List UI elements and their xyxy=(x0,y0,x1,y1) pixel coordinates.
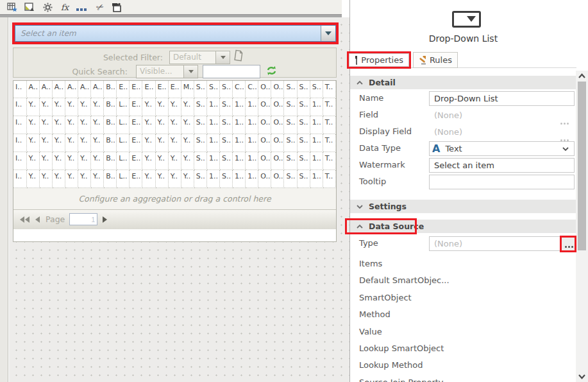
dropdown-arrow-button[interactable] xyxy=(321,26,335,41)
tab-properties[interactable]: Properties xyxy=(349,53,409,67)
chevron-down-icon xyxy=(325,31,332,35)
grid-cell: Y.. xyxy=(91,169,104,187)
page-number-input[interactable] xyxy=(69,213,97,225)
grid-cell: A.. xyxy=(65,81,78,98)
section-detail-header[interactable]: Detail xyxy=(350,76,576,89)
grid-cell: Y.. xyxy=(155,152,168,169)
tooltip-input[interactable] xyxy=(429,175,575,189)
grid-cell: 1.. xyxy=(206,152,219,169)
settings-gear-icon[interactable] xyxy=(40,1,55,13)
grid-cell: Y.. xyxy=(78,152,90,169)
grid-cell: E.. xyxy=(168,81,181,98)
name-input[interactable]: Drop-Down List xyxy=(429,91,575,106)
grid-cell: Y.. xyxy=(168,152,181,169)
grid-cell: B.. xyxy=(104,98,117,116)
tooltip-row: Tooltip xyxy=(350,175,576,190)
display-field-row: Display Field(None) xyxy=(350,125,576,140)
more-options-icon[interactable] xyxy=(74,1,88,13)
grid-cell: L.. xyxy=(117,134,130,152)
grid-cell: Y.. xyxy=(91,116,104,134)
prev-page-button[interactable] xyxy=(35,216,40,223)
grid-cell: S.. xyxy=(284,134,297,152)
grid-cell: Y.. xyxy=(142,116,155,134)
highlight-box-properties-tab: Properties xyxy=(347,51,411,69)
grid-cell: E.. xyxy=(130,169,142,187)
grid-cell: Y.. xyxy=(142,169,155,187)
grid-cell: B.. xyxy=(104,152,117,169)
grid-cell: O.. xyxy=(271,169,284,187)
tag-icon[interactable] xyxy=(110,1,124,13)
list-view-filter-toolbar[interactable]: Selected Filter: Default Quick Search: V… xyxy=(13,48,337,78)
grid-cell: O.. xyxy=(271,152,284,169)
grid-cell: E.. xyxy=(155,81,168,98)
grid-cell: E.. xyxy=(130,98,142,116)
grid-cell: I.. xyxy=(13,169,26,187)
grid-row: I..Y..Y..Y..Y..Y..Y..B..L..E..Y..Y..Y..Y… xyxy=(13,169,336,187)
datasource-lookup-method-label: Lookup Method xyxy=(359,360,423,370)
selected-filter-label: Selected Filter: xyxy=(103,53,163,62)
properties-tag-icon xyxy=(355,55,357,65)
down-triangle-glyph xyxy=(467,16,476,22)
grid-cell: T.. xyxy=(323,152,335,169)
datasource-default-smartobjec-label: Default SmartObjec... xyxy=(359,275,449,285)
grid-cell: S.. xyxy=(297,116,310,134)
grid-cell: L.. xyxy=(117,116,130,134)
grid-cell: Y.. xyxy=(155,134,168,152)
quick-search-label: Quick Search: xyxy=(72,67,128,76)
dependencies-icon[interactable]: ✂ xyxy=(93,1,107,13)
grid-cell: T.. xyxy=(323,98,335,116)
grid-cell: Y.. xyxy=(78,116,90,134)
scroll-up-icon[interactable] xyxy=(578,73,586,79)
type-row: Type (None) xyxy=(350,236,576,252)
panel-scrollbar[interactable] xyxy=(576,71,588,382)
watermark-input[interactable]: Select an item xyxy=(429,158,575,173)
grid-cell: S.. xyxy=(220,134,233,152)
expression-fx-icon[interactable]: fx xyxy=(58,1,72,13)
type-value-box[interactable]: (None) xyxy=(429,236,575,251)
grid-cell: Y.. xyxy=(91,98,104,116)
grid-cell: A.. xyxy=(78,81,90,98)
grid-cell: O.. xyxy=(258,152,271,169)
first-page-button[interactable] xyxy=(20,216,29,223)
highlight-box-dropdown: Select an item xyxy=(12,22,339,44)
grid-cell: 1.. xyxy=(246,134,258,152)
grid-cell: L.. xyxy=(117,169,130,187)
next-page-button[interactable] xyxy=(103,216,107,223)
highlight-box-ellipsis xyxy=(560,236,576,252)
grid-cell: Y.. xyxy=(155,116,168,134)
grid-cell: S.. xyxy=(194,169,206,187)
scroll-down-icon[interactable] xyxy=(578,374,586,379)
tag-glyph xyxy=(112,3,122,12)
list-view-grid[interactable]: I..A..A..A..A..A..A..B..E..E..E..E..E..M… xyxy=(13,80,337,242)
filter-details-icon xyxy=(233,49,245,65)
grid-cell: S.. xyxy=(297,152,310,169)
grid-cell: Y.. xyxy=(155,98,168,116)
canvas-toolbar: fx ✂ xyxy=(0,0,342,14)
grid-cell: Y.. xyxy=(168,134,181,152)
data-type-value: Text xyxy=(445,144,562,153)
grid-cell: B.. xyxy=(104,169,117,187)
grid-cell: Y.. xyxy=(168,169,181,187)
grid-cell: Y.. xyxy=(26,169,39,187)
scrollbar-thumb[interactable] xyxy=(578,82,586,250)
grid-cell: C.. xyxy=(246,81,258,98)
grid-cell: O.. xyxy=(258,81,271,98)
grid-cell: S.. xyxy=(194,98,206,116)
edit-view-icon[interactable] xyxy=(22,1,37,13)
text-datatype-icon: A xyxy=(432,143,440,155)
type-ellipsis-button[interactable] xyxy=(564,238,573,250)
grid-cell: I.. xyxy=(13,152,26,169)
dropdown-control[interactable]: Select an item xyxy=(15,25,336,42)
grid-cell: O.. xyxy=(271,81,284,98)
grid-cell: Y.. xyxy=(26,116,39,134)
section-settings-header[interactable]: Settings xyxy=(350,200,576,213)
data-type-select[interactable]: AText xyxy=(429,141,575,156)
chevron-down-icon xyxy=(189,70,194,73)
gear-glyph xyxy=(43,3,53,12)
tab-rules[interactable]: Rules xyxy=(413,52,458,68)
grid-cell: A.. xyxy=(39,81,52,98)
quick-search-input[interactable] xyxy=(203,65,260,78)
section-datasource-header[interactable]: Data Source xyxy=(350,220,576,233)
grid-cell: Y.. xyxy=(52,134,65,152)
design-table-icon[interactable] xyxy=(5,1,19,13)
